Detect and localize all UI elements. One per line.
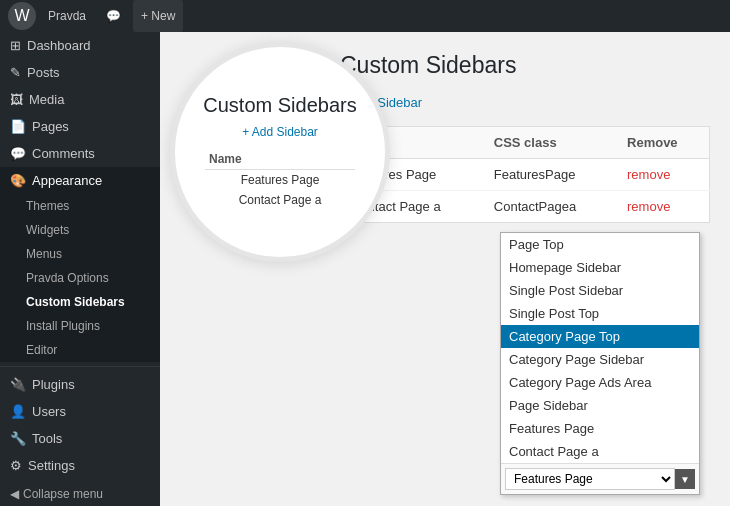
users-label: Users xyxy=(32,404,66,419)
sidebar-item-widgets[interactable]: Widgets xyxy=(0,218,160,242)
dropdown-item-category-page-top[interactable]: Category Page Top xyxy=(501,325,699,348)
layout: ⊞ Dashboard ✎ Posts 🖼 Media 📄 Pages 💬 Co… xyxy=(0,32,730,506)
appearance-submenu: Themes Widgets Menus Pravda Options Cust… xyxy=(0,194,160,362)
row-1-remove[interactable]: remove xyxy=(627,167,670,182)
pages-label: Pages xyxy=(32,119,69,134)
page-body: Custom Sidebars + Add Sidebar Name CSS c… xyxy=(340,52,710,223)
circle-col-name: Name xyxy=(205,149,355,170)
plugins-icon: 🔌 xyxy=(10,377,26,392)
sidebar-item-media[interactable]: 🖼 Media xyxy=(0,86,160,113)
circle-table: Name Features Page Contact Page a xyxy=(205,149,355,210)
settings-label: Settings xyxy=(28,458,75,473)
dashboard-label: Dashboard xyxy=(27,38,91,53)
sidebar-item-menus[interactable]: Menus xyxy=(0,242,160,266)
table-header-row: Name CSS class Remove xyxy=(341,127,710,159)
sidebars-table: Name CSS class Remove Features Page Feat… xyxy=(340,126,710,223)
themes-label: Themes xyxy=(26,199,69,213)
widgets-label: Widgets xyxy=(26,223,69,237)
circle-zoom-overlay: Custom Sidebars + Add Sidebar Name Featu… xyxy=(170,42,390,262)
sidebar-item-plugins[interactable]: 🔌 Plugins xyxy=(0,371,160,398)
dropdown-item-category-page-ads[interactable]: Category Page Ads Area xyxy=(501,371,699,394)
appearance-icon: 🎨 xyxy=(10,173,26,188)
circle-row-1-name: Features Page xyxy=(205,170,355,191)
pravda-options-label: Pravda Options xyxy=(26,271,109,285)
install-plugins-label: Install Plugins xyxy=(26,319,100,333)
dropdown-item-category-page-sidebar[interactable]: Category Page Sidebar xyxy=(501,348,699,371)
sidebar-item-posts[interactable]: ✎ Posts xyxy=(0,59,160,86)
circle-add-link[interactable]: + Add Sidebar xyxy=(191,125,369,139)
tools-label: Tools xyxy=(32,431,62,446)
comments-icon: 💬 xyxy=(106,9,121,23)
site-name-button[interactable]: Pravda xyxy=(40,0,94,32)
collapse-menu-button[interactable]: ◀ Collapse menu xyxy=(0,479,160,506)
dropdown-select-row: Features Page ▼ xyxy=(501,463,699,494)
sidebar-item-settings[interactable]: ⚙ Settings xyxy=(0,452,160,479)
col-css-header: CSS class xyxy=(484,127,617,159)
dropdown-item-page-sidebar[interactable]: Page Sidebar xyxy=(501,394,699,417)
wp-logo-button[interactable]: W xyxy=(8,2,36,30)
wp-icon: W xyxy=(14,7,29,25)
dropdown-item-contact-page[interactable]: Contact Page a xyxy=(501,440,699,463)
dropdown-item-single-post-top[interactable]: Single Post Top xyxy=(501,302,699,325)
custom-sidebars-label: Custom Sidebars xyxy=(26,295,125,309)
collapse-icon: ◀ xyxy=(10,487,19,501)
table-row: Contact Page a ContactPagea remove xyxy=(341,191,710,223)
sidebar-item-comments[interactable]: 💬 Comments xyxy=(0,140,160,167)
site-name-label: Pravda xyxy=(48,9,86,23)
settings-icon: ⚙ xyxy=(10,458,22,473)
dropdown-list[interactable]: Page Top Homepage Sidebar Single Post Si… xyxy=(500,232,700,495)
menus-label: Menus xyxy=(26,247,62,261)
editor-label: Editor xyxy=(26,343,57,357)
sidebar-item-pages[interactable]: 📄 Pages xyxy=(0,113,160,140)
dashboard-icon: ⊞ xyxy=(10,38,21,53)
sidebar-item-users[interactable]: 👤 Users xyxy=(0,398,160,425)
collapse-label: Collapse menu xyxy=(23,487,103,501)
sidebar-item-install-plugins[interactable]: Install Plugins xyxy=(0,314,160,338)
dropdown-arrow-button[interactable]: ▼ xyxy=(675,469,695,489)
admin-bar: W Pravda 💬 + New xyxy=(0,0,730,32)
page-title: Custom Sidebars xyxy=(340,52,710,79)
sidebar-item-dashboard[interactable]: ⊞ Dashboard xyxy=(0,32,160,59)
comments-menu-icon: 💬 xyxy=(10,146,26,161)
new-button[interactable]: + New xyxy=(133,0,183,32)
sidebar-divider xyxy=(0,366,160,367)
users-icon: 👤 xyxy=(10,404,26,419)
col-remove-header: Remove xyxy=(617,127,709,159)
tools-icon: 🔧 xyxy=(10,431,26,446)
sidebar-item-appearance[interactable]: 🎨 Appearance xyxy=(0,167,160,194)
main-content: Custom Sidebars + Add Sidebar Name Featu… xyxy=(160,32,730,506)
circle-content: Custom Sidebars + Add Sidebar Name Featu… xyxy=(175,78,385,226)
comments-button[interactable]: 💬 xyxy=(98,0,129,32)
sidebar-item-pravda-options[interactable]: Pravda Options xyxy=(0,266,160,290)
row-2-css: ContactPagea xyxy=(484,191,617,223)
circle-title: Custom Sidebars xyxy=(191,94,369,117)
row-2-remove[interactable]: remove xyxy=(627,199,670,214)
sidebar-item-themes[interactable]: Themes xyxy=(0,194,160,218)
sidebar-item-editor[interactable]: Editor xyxy=(0,338,160,362)
circle-row-2: Contact Page a xyxy=(205,190,355,210)
sidebar-item-tools[interactable]: 🔧 Tools xyxy=(0,425,160,452)
row-1-css: FeaturesPage xyxy=(484,159,617,191)
sidebar: ⊞ Dashboard ✎ Posts 🖼 Media 📄 Pages 💬 Co… xyxy=(0,32,160,506)
posts-icon: ✎ xyxy=(10,65,21,80)
circle-row-1: Features Page xyxy=(205,170,355,191)
dropdown-overlay: Page Top Homepage Sidebar Single Post Si… xyxy=(500,232,700,495)
dropdown-select[interactable]: Features Page xyxy=(505,468,675,490)
posts-label: Posts xyxy=(27,65,60,80)
plugins-label: Plugins xyxy=(32,377,75,392)
dropdown-item-single-post-sidebar[interactable]: Single Post Sidebar xyxy=(501,279,699,302)
circle-row-2-name: Contact Page a xyxy=(205,190,355,210)
dropdown-item-features-page[interactable]: Features Page xyxy=(501,417,699,440)
new-label: + New xyxy=(141,9,175,23)
table-row: Features Page FeaturesPage remove xyxy=(341,159,710,191)
media-label: Media xyxy=(29,92,64,107)
pages-icon: 📄 xyxy=(10,119,26,134)
dropdown-item-page-top[interactable]: Page Top xyxy=(501,233,699,256)
appearance-label: Appearance xyxy=(32,173,102,188)
dropdown-item-homepage-sidebar[interactable]: Homepage Sidebar xyxy=(501,256,699,279)
comments-label: Comments xyxy=(32,146,95,161)
sidebar-item-custom-sidebars[interactable]: Custom Sidebars xyxy=(0,290,160,314)
media-icon: 🖼 xyxy=(10,92,23,107)
